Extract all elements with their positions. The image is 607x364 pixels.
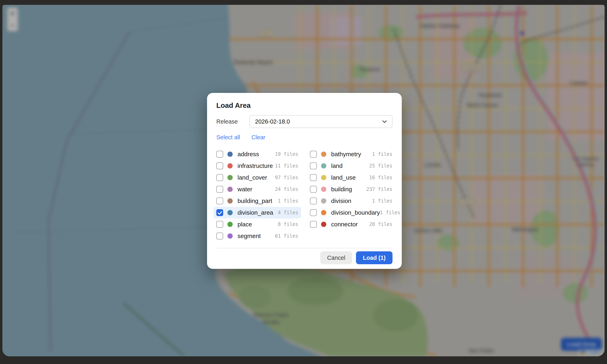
layer-row[interactable]: division_area 4 files <box>213 207 301 219</box>
layer-name: division <box>331 197 372 204</box>
layer-color-dot <box>227 152 233 157</box>
layer-color-dot <box>321 210 326 215</box>
layer-name: water <box>237 186 275 193</box>
dialog-footer: Cancel Load (1) <box>216 251 392 264</box>
dialog-title: Load Area <box>216 101 392 109</box>
layer-color-dot <box>321 152 326 157</box>
select-all-link[interactable]: Select all <box>216 134 240 141</box>
layer-row[interactable]: division_boundary 1 files <box>307 207 395 219</box>
chevron-down-icon <box>382 118 387 123</box>
layer-file-count: 1 files <box>380 210 400 215</box>
layer-row[interactable]: land_cover 97 files <box>213 172 301 183</box>
layer-name: land_cover <box>237 174 275 181</box>
layer-checkbox[interactable] <box>310 221 317 228</box>
layer-file-count: 61 files <box>275 233 298 239</box>
bulk-actions: Select all Clear <box>216 134 392 141</box>
layer-file-count: 8 files <box>278 221 298 227</box>
layer-file-count: 19 files <box>275 151 298 157</box>
release-selected-value: 2026-02-18.0 <box>255 118 383 125</box>
layer-name: infrastructure <box>237 162 275 169</box>
release-select[interactable]: 2026-02-18.0 <box>249 115 392 128</box>
layer-file-count: 1 files <box>372 198 392 204</box>
layer-color-dot <box>227 198 233 204</box>
release-label: Release <box>216 118 249 125</box>
layer-checkbox[interactable] <box>216 174 223 181</box>
layer-row[interactable]: place 8 files <box>213 219 301 230</box>
layer-file-count: 11 files <box>275 163 298 169</box>
layer-file-count: 237 files <box>366 186 392 192</box>
layer-color-dot <box>227 163 233 169</box>
layer-name: segment <box>237 233 275 239</box>
layer-checkbox[interactable] <box>216 209 223 216</box>
footer-divider <box>216 248 392 248</box>
release-row: Release 2026-02-18.0 <box>216 115 392 128</box>
layer-color-dot <box>227 210 233 215</box>
layer-file-count: 97 files <box>275 175 298 180</box>
layer-name: address <box>237 151 275 158</box>
layer-checkbox[interactable] <box>216 162 223 169</box>
layer-checkbox[interactable] <box>310 162 317 169</box>
layer-file-count: 25 files <box>369 163 392 169</box>
layer-row[interactable]: bathymetry 1 files <box>307 148 395 160</box>
layer-color-dot <box>227 175 233 180</box>
layer-checkbox[interactable] <box>216 233 223 239</box>
layer-row[interactable]: land_use 16 files <box>307 172 395 183</box>
layer-checkbox[interactable] <box>310 197 317 204</box>
load-button[interactable]: Load (1) <box>356 251 392 264</box>
layer-name: place <box>237 221 278 228</box>
layer-checkbox[interactable] <box>216 221 223 228</box>
layer-color-dot <box>321 163 326 169</box>
layer-name: building <box>331 186 366 193</box>
layer-row[interactable]: address 19 files <box>213 148 301 160</box>
layer-color-dot <box>321 222 326 227</box>
layer-color-dot <box>227 222 233 227</box>
layer-row[interactable]: connector 20 files <box>307 219 395 230</box>
layer-file-count: 1 files <box>372 151 392 157</box>
layer-row[interactable]: infrastructure 11 files <box>213 160 301 172</box>
layer-column-right: bathymetry 1 files land 25 files land_us… <box>310 148 392 242</box>
layer-file-count: 20 files <box>369 221 392 227</box>
layer-checkbox[interactable] <box>310 174 317 181</box>
layer-checkbox[interactable] <box>310 209 317 216</box>
clear-link[interactable]: Clear <box>251 134 265 141</box>
layer-row[interactable]: land 25 files <box>307 160 395 172</box>
layer-row[interactable]: building_part 1 files <box>213 195 301 207</box>
layer-color-dot <box>321 175 326 180</box>
layer-name: division_boundary <box>331 209 380 216</box>
layer-file-count: 16 files <box>369 175 392 180</box>
layer-row[interactable]: building 237 files <box>307 183 395 195</box>
app-window: Harbor Gateway Redondo Beach Torrance Ca… <box>2 5 605 356</box>
layer-column-left: address 19 files infrastructure 11 files… <box>216 148 298 242</box>
layer-checkbox[interactable] <box>216 186 223 193</box>
layer-list: address 19 files infrastructure 11 files… <box>216 148 392 242</box>
layer-checkbox[interactable] <box>310 151 317 158</box>
layer-checkbox[interactable] <box>216 151 223 158</box>
layer-file-count: 24 files <box>275 186 298 192</box>
layer-name: connector <box>331 221 369 228</box>
layer-color-dot <box>321 187 326 192</box>
layer-checkbox[interactable] <box>216 197 223 204</box>
layer-name: division_area <box>237 209 278 216</box>
layer-color-dot <box>227 234 233 239</box>
layer-row[interactable]: division 1 files <box>307 195 395 207</box>
layer-color-dot <box>321 198 326 204</box>
layer-name: bathymetry <box>331 151 372 158</box>
layer-checkbox[interactable] <box>310 186 317 193</box>
layer-name: building_part <box>237 197 278 204</box>
layer-name: land <box>331 162 369 169</box>
layer-file-count: 4 files <box>278 210 298 215</box>
layer-color-dot <box>227 187 233 192</box>
cancel-button[interactable]: Cancel <box>320 251 352 264</box>
layer-name: land_use <box>331 174 369 181</box>
layer-row[interactable]: water 24 files <box>213 183 301 195</box>
layer-file-count: 1 files <box>278 198 298 204</box>
load-area-dialog: Load Area Release 2026-02-18.0 Select al… <box>207 93 402 269</box>
layer-row[interactable]: segment 61 files <box>213 230 301 242</box>
